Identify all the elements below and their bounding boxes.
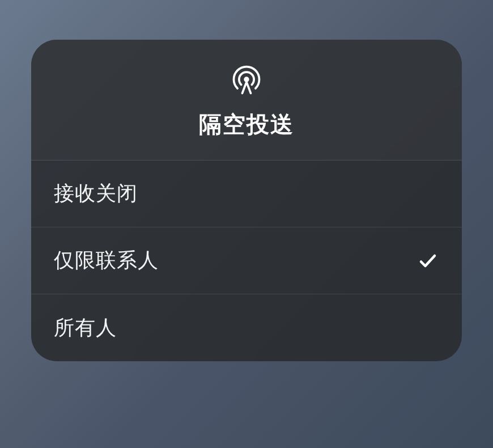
option-label: 所有人 [54, 314, 117, 342]
airdrop-icon [230, 62, 264, 96]
panel-title: 隔空投送 [199, 109, 294, 140]
option-contacts-only[interactable]: 仅限联系人 [31, 227, 462, 294]
option-everyone[interactable]: 所有人 [31, 294, 462, 361]
checkmark-icon [416, 250, 439, 272]
option-label: 接收关闭 [54, 180, 138, 208]
panel-header: 隔空投送 [31, 40, 462, 160]
option-receiving-off[interactable]: 接收关闭 [31, 160, 462, 227]
option-label: 仅限联系人 [54, 247, 159, 274]
airdrop-settings-panel: 隔空投送 接收关闭 仅限联系人 所有人 [31, 40, 462, 361]
